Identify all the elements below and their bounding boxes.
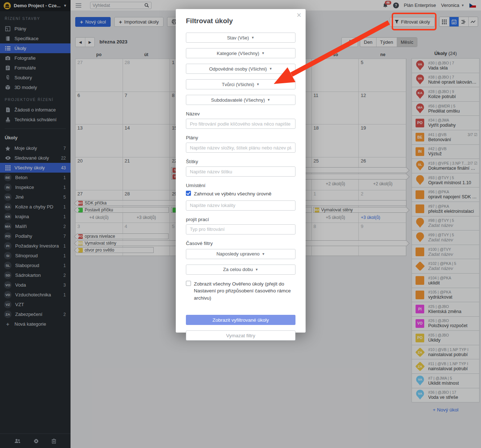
dropdown-value: Za celou dobu	[223, 267, 253, 272]
checkbox-icon	[186, 191, 191, 196]
time-filters-label: Časové filtry	[186, 241, 295, 246]
chevron-down-icon: ▼	[267, 98, 270, 102]
modal-title: Filtrovat úkoly	[186, 17, 295, 27]
dropdown-value: Naposledy upraveno	[216, 251, 259, 257]
filter-field-group: Název	[186, 111, 295, 129]
app: Demo Project - Cze... ▼ ŘÍZENÍ STAVBYPlá…	[0, 0, 481, 448]
close-icon[interactable]: ×	[297, 11, 301, 19]
filter-input-n-zev[interactable]	[186, 119, 295, 129]
filter-input--t-tky[interactable]	[186, 166, 295, 177]
include-all-levels-checkbox[interactable]: Zahrnout ve výběru všechny úrovně	[186, 190, 295, 198]
filter-field-group: projít prací	[186, 217, 295, 234]
checkbox-label: Zobrazit všechny Ověřeno úkoly (přejít d…	[194, 280, 295, 302]
time-filter-dropdown-0[interactable]: Naposledy upraveno▼	[186, 249, 295, 259]
clear-filters-button[interactable]: Vymazat filtry	[186, 330, 295, 341]
time-filter-dropdown-1[interactable]: Za celou dobu▼	[186, 265, 295, 275]
field-label: Štítky	[186, 159, 295, 164]
field-label: projít prací	[186, 217, 295, 222]
filter-dropdown-1[interactable]: Kategorie (Všechny)▼	[186, 48, 295, 58]
chevron-down-icon: ▼	[256, 83, 260, 86]
filter-input-proj-t-prac-[interactable]	[186, 224, 295, 234]
filter-field-group: Štítky	[186, 159, 295, 177]
filter-tasks-modal: × Filtrovat úkoly Stav (Vše)▼Kategorie (…	[176, 9, 306, 333]
chevron-down-icon: ▼	[255, 268, 258, 271]
checkbox-icon	[186, 281, 191, 286]
dropdown-value: Subdodavatelé (Všechny)	[211, 97, 265, 103]
chevron-down-icon: ▼	[269, 67, 272, 71]
filter-dropdown-0[interactable]: Stav (Vše)▼	[186, 33, 295, 43]
show-verified-checkbox[interactable]: Zobrazit všechny Ověřeno úkoly (přejít d…	[186, 280, 295, 302]
chevron-down-icon: ▼	[261, 51, 265, 55]
dropdown-value: Odpovědné osoby (Všichni)	[209, 66, 267, 72]
checkbox-label: Zahrnout ve výběru všechny úrovně	[194, 190, 272, 198]
filter-field-group: Plány	[186, 135, 295, 153]
field-label: Umístění	[186, 183, 295, 188]
filter-field-group: UmístěníZahrnout ve výběru všechny úrovn…	[186, 183, 295, 211]
filter-dropdown-4[interactable]: Subdodavatelé (Všechny)▼	[186, 95, 295, 105]
filter-dropdown-2[interactable]: Odpovědné osoby (Všichni)▼	[186, 64, 295, 74]
chevron-down-icon: ▼	[262, 252, 265, 256]
filter-dropdown-3[interactable]: Tvůrci (Všichni)▼	[186, 79, 295, 89]
filter-input-pl-ny[interactable]	[186, 143, 295, 153]
dropdown-value: Tvůrci (Všichni)	[222, 82, 254, 87]
modal-body: Stav (Vše)▼Kategorie (Všechny)▼Odpovědné…	[186, 33, 295, 341]
field-label: Plány	[186, 135, 295, 140]
field-label: Název	[186, 111, 295, 117]
show-filtered-tasks-button[interactable]: Zobrazit vyfiltrované úkoly	[186, 315, 295, 325]
chevron-down-icon: ▼	[251, 36, 254, 39]
dropdown-value: Stav (Vše)	[227, 35, 249, 41]
dropdown-value: Kategorie (Všechny)	[217, 51, 259, 56]
filter-input-um-st-n-[interactable]	[186, 200, 295, 211]
